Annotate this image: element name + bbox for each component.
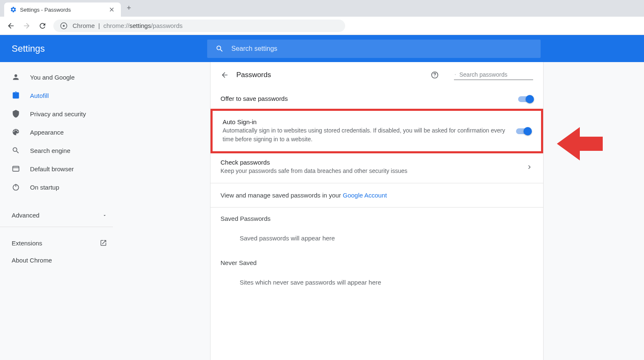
sidebar-label: Extensions: [12, 240, 42, 247]
sidebar-label: Advanced: [12, 212, 40, 219]
browser-tab[interactable]: Settings - Passwords: [4, 2, 121, 17]
sidebar-item-extensions[interactable]: Extensions: [0, 234, 121, 252]
content-area: Passwords Offer to save passwords Auto S…: [122, 62, 644, 360]
forward-button[interactable]: [22, 21, 32, 31]
sidebar-item-about[interactable]: About Chrome: [0, 252, 121, 269]
search-icon: [12, 146, 20, 155]
check-passwords-title: Check passwords: [221, 159, 526, 166]
page-header: Passwords: [210, 62, 543, 88]
sidebar-item-appearance[interactable]: Appearance: [0, 123, 121, 141]
gear-icon: [10, 6, 17, 13]
person-icon: [12, 73, 20, 81]
address-bar[interactable]: Chrome | chrome://settings/passwords: [53, 20, 345, 32]
search-passwords-input[interactable]: [459, 71, 532, 78]
auto-signin-title: Auto Sign-in: [223, 118, 516, 125]
sidebar-label: Default browser: [30, 165, 74, 172]
sidebar-label: You and Google: [30, 74, 75, 81]
google-account-link[interactable]: Google Account: [343, 192, 387, 199]
sidebar-item-autofill[interactable]: Autofill: [0, 86, 121, 105]
auto-signin-row: Auto Sign-in Automatically sign in to we…: [210, 109, 543, 153]
close-icon[interactable]: [108, 6, 115, 13]
clipboard-icon: [12, 91, 20, 100]
sidebar-item-privacy[interactable]: Privacy and security: [0, 105, 121, 123]
search-icon: [216, 45, 224, 53]
sidebar-label: On startup: [30, 184, 59, 191]
sidebar-label: Autofill: [30, 92, 49, 99]
back-arrow-icon[interactable]: [221, 71, 229, 79]
search-settings-input[interactable]: [231, 45, 532, 52]
power-icon: [12, 183, 20, 191]
check-passwords-desc: Keep your passwords safe from data breac…: [221, 167, 526, 175]
app-title: Settings: [12, 43, 45, 54]
help-icon[interactable]: [431, 71, 439, 79]
palette-icon: [12, 128, 20, 136]
never-saved-header: Never Saved: [210, 252, 543, 274]
annotation-arrow-icon: [557, 125, 603, 162]
offer-save-toggle[interactable]: [518, 96, 533, 102]
svg-point-1: [63, 25, 65, 27]
saved-passwords-header: Saved Passwords: [210, 208, 543, 230]
search-passwords-box[interactable]: [454, 70, 533, 80]
open-external-icon: [100, 239, 107, 247]
sidebar-item-startup[interactable]: On startup: [0, 178, 121, 196]
svg-rect-2: [13, 166, 19, 171]
site-info-icon: [60, 22, 68, 30]
reload-button[interactable]: [38, 21, 48, 31]
browser-icon: [12, 165, 20, 173]
saved-passwords-empty: Saved passwords will appear here: [210, 230, 543, 252]
svg-point-7: [434, 76, 435, 77]
auto-signin-toggle[interactable]: [516, 128, 531, 134]
sidebar-label: Search engine: [30, 147, 70, 154]
app-header: Settings: [0, 35, 644, 62]
page-title: Passwords: [236, 71, 271, 79]
new-tab-button[interactable]: +: [121, 0, 137, 17]
offer-save-title: Offer to save passwords: [221, 95, 518, 102]
sidebar-item-default-browser[interactable]: Default browser: [0, 160, 121, 178]
chevron-down-icon: [102, 213, 107, 218]
auto-signin-desc: Automatically sign in to websites using …: [223, 126, 516, 144]
never-saved-empty: Sites which never save passwords will ap…: [210, 274, 543, 296]
sidebar-label: Appearance: [30, 129, 64, 136]
search-icon: [455, 71, 456, 78]
sidebar-label: About Chrome: [12, 257, 52, 264]
toolbar: Chrome | chrome://settings/passwords: [0, 17, 644, 35]
svg-marker-8: [557, 127, 603, 160]
offer-save-row: Offer to save passwords: [210, 88, 543, 111]
sidebar-item-advanced[interactable]: Advanced: [0, 207, 121, 224]
back-button[interactable]: [6, 21, 16, 31]
sidebar: You and Google Autofill Privacy and secu…: [0, 62, 122, 360]
search-settings-box[interactable]: [207, 40, 541, 58]
tab-bar: Settings - Passwords +: [0, 0, 644, 17]
view-manage-row: View and manage saved passwords in your …: [210, 183, 543, 208]
sidebar-item-search-engine[interactable]: Search engine: [0, 141, 121, 160]
sidebar-item-you-google[interactable]: You and Google: [0, 68, 121, 86]
check-passwords-row[interactable]: Check passwords Keep your passwords safe…: [210, 151, 543, 183]
tab-title: Settings - Passwords: [20, 7, 71, 13]
shield-icon: [12, 110, 20, 118]
chevron-right-icon: [526, 163, 533, 171]
address-origin: Chrome | chrome://settings/passwords: [73, 22, 183, 29]
view-manage-text: View and manage saved passwords in your: [221, 192, 343, 199]
sidebar-label: Privacy and security: [30, 110, 86, 118]
